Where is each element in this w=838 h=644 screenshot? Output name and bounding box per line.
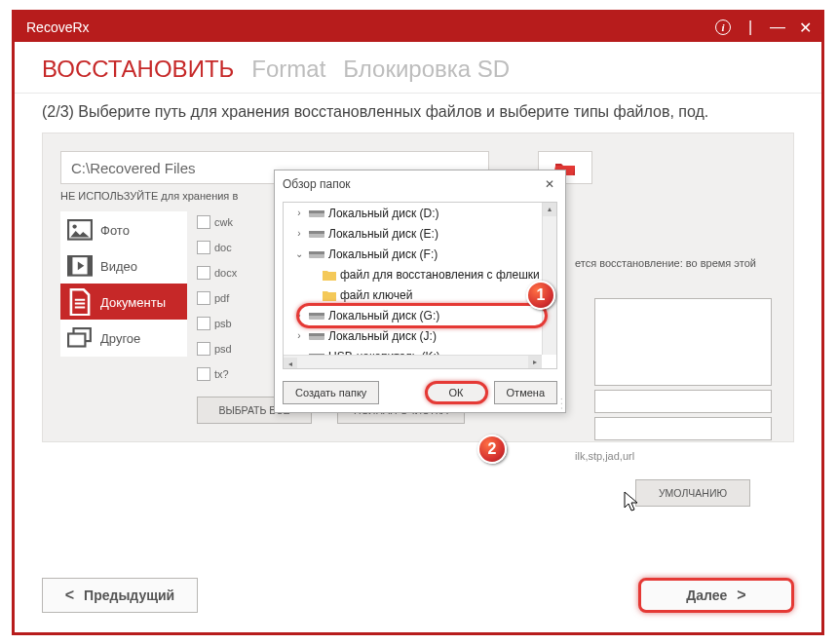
create-folder-button[interactable]: Создать папку (283, 381, 379, 404)
ext-detail-box (594, 298, 772, 386)
svg-rect-8 (309, 210, 324, 213)
ext-item[interactable]: doc (197, 237, 253, 258)
tabs: ВОССТАНОВИТЬ Format Блокировка SD (15, 42, 821, 94)
photo-icon (67, 219, 93, 241)
ok-button[interactable]: ОК (425, 381, 488, 404)
video-icon (67, 255, 93, 277)
annotation-highlight-1 (296, 303, 548, 328)
close-button[interactable]: ✕ (796, 19, 814, 36)
checkbox[interactable] (197, 241, 210, 254)
dialog-close-button[interactable]: ✕ (542, 177, 557, 191)
checkbox[interactable] (197, 266, 210, 280)
other-icon (67, 327, 93, 349)
ext-detail-box (594, 417, 772, 440)
chevron-right-icon: > (737, 587, 745, 604)
drive-icon (309, 228, 324, 240)
annotation-badge-2: 2 (477, 435, 507, 464)
ext-stub-text: ilk,stp,jad,url (575, 450, 634, 462)
document-icon (67, 291, 93, 313)
svg-rect-16 (309, 333, 324, 336)
category-list: Фото Видео Документы Другое (60, 211, 187, 385)
checkbox[interactable] (197, 342, 210, 356)
folder-icon (323, 269, 336, 281)
ext-item[interactable]: pdf (197, 287, 253, 309)
footer-nav: < Предыдущий Далее > (15, 558, 821, 632)
minimize-button[interactable]: — (769, 19, 786, 36)
titlebar: RecoveRx i | — ✕ (15, 13, 821, 42)
category-documents[interactable]: Документы (60, 284, 187, 321)
svg-rect-6 (68, 334, 85, 347)
tab-format[interactable]: Format (251, 56, 325, 83)
tree-node-folder-recovery[interactable]: файл для восстановления с флешки (284, 264, 556, 284)
category-label: Видео (100, 259, 137, 274)
category-photo[interactable]: Фото (60, 211, 187, 248)
tree-node-drive-f[interactable]: ⌄Локальный диск (F:) (284, 244, 556, 264)
step-instruction: (2/3) Выберите путь для хранения восстан… (42, 103, 794, 121)
extension-list: cwk doc docx pdf psb psd tx? (197, 211, 253, 385)
tree-node-folder-keys[interactable]: файл ключей (284, 284, 556, 305)
drive-icon (309, 248, 324, 260)
tree-node-drive-j[interactable]: ›Локальный диск (J:) (284, 325, 556, 346)
category-label: Другое (100, 331, 140, 346)
info-icon[interactable]: i (714, 19, 732, 36)
svg-point-1 (72, 225, 76, 229)
sep-icon: | (742, 19, 759, 36)
category-other[interactable]: Другое (60, 320, 187, 357)
category-label: Фото (100, 223, 130, 238)
previous-button[interactable]: < Предыдущий (42, 578, 198, 613)
cancel-button[interactable]: Отмена (494, 381, 557, 404)
category-video[interactable]: Видео (60, 247, 187, 284)
ext-detail-box (594, 390, 772, 413)
scrollbar-horizontal[interactable]: ◂▸ (284, 355, 542, 368)
ext-item[interactable]: psd (197, 338, 253, 360)
chevron-left-icon: < (65, 587, 74, 604)
drive-icon (309, 208, 324, 219)
tree-node-drive-d[interactable]: ›Локальный диск (D:) (284, 203, 556, 223)
app-title: RecoveRx (22, 19, 90, 35)
checkbox[interactable] (197, 215, 210, 229)
scrollbar-vertical[interactable]: ▴ (542, 203, 556, 355)
expand-icon[interactable]: › (293, 330, 305, 341)
svg-rect-10 (309, 231, 324, 234)
expand-icon[interactable]: › (293, 228, 305, 239)
warning-text-right: ется восстановление: во время этой (575, 257, 756, 269)
next-button[interactable]: Далее > (638, 578, 794, 613)
ext-item[interactable]: tx? (197, 363, 253, 385)
ext-item[interactable]: psb (197, 313, 253, 334)
browse-folder-dialog: Обзор папок ✕ ›Локальный диск (D:) ›Лока… (274, 170, 566, 413)
ext-item[interactable]: docx (197, 262, 253, 284)
ext-detail-boxes (594, 298, 772, 440)
collapse-icon[interactable]: ⌄ (293, 248, 305, 259)
svg-rect-4 (88, 256, 92, 275)
tab-sdlock[interactable]: Блокировка SD (343, 56, 510, 83)
folder-icon (323, 289, 336, 301)
checkbox[interactable] (197, 367, 210, 381)
svg-rect-3 (68, 256, 72, 275)
annotation-badge-1: 1 (526, 281, 555, 310)
cursor-icon (624, 491, 641, 516)
tab-recover[interactable]: ВОССТАНОВИТЬ (42, 56, 234, 83)
tree-node-drive-e[interactable]: ›Локальный диск (E:) (284, 223, 556, 244)
dialog-title: Обзор папок (283, 177, 351, 191)
checkbox[interactable] (197, 317, 210, 330)
ext-item[interactable]: cwk (197, 211, 253, 233)
checkbox[interactable] (197, 291, 210, 305)
default-button[interactable]: УМОЛЧАНИЮ (635, 479, 750, 507)
svg-rect-12 (309, 251, 324, 254)
folder-tree[interactable]: ›Локальный диск (D:) ›Локальный диск (E:… (283, 202, 557, 369)
category-label: Документы (100, 295, 166, 310)
drive-icon (309, 330, 324, 342)
expand-icon[interactable]: › (293, 208, 305, 218)
